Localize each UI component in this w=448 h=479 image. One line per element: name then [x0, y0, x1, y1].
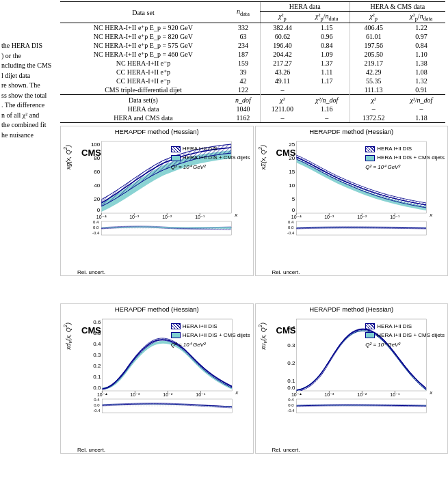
chart-bottom-right: HERAPDF method (Hessian) CMS HERA I+II D…: [255, 303, 449, 454]
charts-section: HERAPDF method (Hessian) CMS HERA I+II D…: [60, 126, 448, 479]
chart-tr-legend: HERA I+II DIS HERA I+II DIS + CMS dijets…: [365, 145, 445, 172]
summary-col4: –: [350, 105, 397, 113]
summary-label: Data set(s): [60, 95, 226, 105]
hera-chi2p-cell: 60.62: [260, 32, 304, 41]
svg-text:10⁻³: 10⁻³: [325, 392, 335, 397]
chart-top-right: HERAPDF method (Hessian) CMS HERA I+II D…: [255, 126, 449, 276]
svg-text:10⁻¹: 10⁻¹: [390, 215, 400, 219]
summary-row: HERA data 1040 1211.00 1.16 – –: [60, 105, 445, 113]
svg-text:x: x: [234, 212, 238, 218]
dataset-cell: NC HERA-I+II e⁻p: [60, 59, 226, 68]
svg-text:10⁻⁴: 10⁻⁴: [291, 392, 302, 397]
chart-tl-reluncert: Rel. uncert.: [77, 269, 253, 275]
summary-col4: χ²: [350, 95, 397, 105]
ndata-cell: 332: [226, 23, 261, 33]
hera-ratio-cell: 1.17: [304, 77, 350, 85]
hera-ratio-cell: 0.96: [304, 32, 350, 41]
table-section: Data set ndata HERA data HERA & CMS data…: [60, 0, 448, 123]
svg-text:10⁻¹: 10⁻¹: [196, 392, 206, 397]
chart-tr-title: HERAPDF method (Hessian): [256, 126, 448, 135]
table-row: NC HERA-I+II e⁺p E_p = 460 GeV 187 204.4…: [60, 50, 445, 59]
data-table: Data set ndata HERA data HERA & CMS data…: [60, 1, 445, 123]
summary-col4: 1372.52: [350, 113, 397, 123]
summary-col2: χ²: [260, 95, 304, 105]
svg-text:0.0: 0.0: [94, 403, 100, 407]
hera-chi2p-cell: 204.42: [260, 50, 304, 59]
svg-text:10⁻²: 10⁻²: [357, 215, 367, 219]
ndata-cell: 63: [226, 32, 261, 41]
both-chi2p-cell: 406.45: [350, 23, 397, 33]
chart-bottom-left: HERAPDF method (Hessian) CMS HERA I+II D…: [60, 303, 254, 454]
svg-text:10⁻³: 10⁻³: [130, 392, 140, 397]
svg-text:100: 100: [91, 141, 101, 148]
svg-text:x: x: [429, 212, 433, 218]
chart-tl-title: HERAPDF method (Hessian): [61, 126, 253, 135]
chart-tl-ylabel: xg(x, Q2): [61, 145, 73, 169]
hera-chi2p-cell: 49.11: [260, 77, 304, 85]
chart-bl-reluncert: Rel. uncert.: [77, 447, 253, 453]
both-chi2p-cell: 111.13: [350, 85, 397, 95]
svg-text:-0.4: -0.4: [93, 409, 101, 413]
hera-chi2p-cell: 43.26: [260, 68, 304, 77]
hera-chi2p-header: χ²p: [260, 12, 304, 23]
chart-bl-q2: Q² = 10⁴ GeV²: [171, 341, 250, 349]
both-chi2p-ndata-header: χ²p/ndata: [397, 12, 445, 23]
svg-text:10⁻¹: 10⁻¹: [391, 392, 401, 397]
summary-col1: 1040: [226, 105, 261, 113]
chart-br-q2: Q² = 10⁴ GeV²: [365, 341, 445, 349]
both-chi2p-cell: 219.17: [350, 59, 397, 68]
hera-chi2p-cell: 382.44: [260, 23, 304, 33]
hera-chi2p-cell: 217.27: [260, 59, 304, 68]
table-row: NC HERA-I+II e⁺p E_p = 575 GeV 234 196.4…: [60, 41, 445, 50]
dataset-cell: CC HERA-I+II e⁺p: [60, 68, 226, 77]
dataset-cell: NC HERA-I+II e⁺p E_p = 820 GeV: [60, 32, 226, 41]
svg-text:0.3: 0.3: [93, 352, 101, 358]
svg-text:0.4: 0.4: [94, 398, 100, 402]
summary-col3: –: [304, 113, 350, 123]
both-chi2p-cell: 55.35: [350, 77, 397, 85]
svg-text:10⁻⁴: 10⁻⁴: [96, 215, 107, 219]
summary-label: HERA data: [60, 105, 226, 113]
svg-text:x: x: [430, 389, 434, 396]
ndata-cell: 234: [226, 41, 261, 50]
chart-tl-cms: CMS: [81, 148, 101, 158]
chart-tl-legend: HERA I+II DIS HERA I+II DIS + CMS dijets…: [171, 145, 250, 172]
table-row: NC HERA-I+II e⁺p E_p = 920 GeV 332 382.4…: [60, 23, 445, 33]
svg-text:0.6: 0.6: [93, 319, 101, 325]
summary-col5: 1.18: [397, 113, 445, 123]
sidebar-text: the HERA DIS ) or the ncluding the CMS l…: [1, 41, 57, 140]
hera-chi2p-ndata-header: χ²p/ndata: [304, 12, 350, 23]
svg-text:-0.4: -0.4: [287, 409, 295, 413]
summary-col3: 1.16: [304, 105, 350, 113]
dataset-cell: CMS triple-differential dijet: [60, 85, 226, 95]
svg-text:0.4: 0.4: [93, 341, 101, 347]
hera-ratio-cell: 1.15: [304, 23, 350, 33]
chart-top-left: HERAPDF method (Hessian) CMS HERA I+II D…: [60, 126, 254, 276]
summary-col3: χ²/n_dof: [304, 95, 350, 105]
summary-col2: 1211.00: [260, 105, 304, 113]
svg-text:10⁻³: 10⁻³: [129, 215, 140, 219]
both-ratio-cell: 1.10: [397, 50, 445, 59]
hera-chi2p-cell: 196.40: [260, 41, 304, 50]
svg-text:0.4: 0.4: [288, 398, 294, 402]
svg-text:10⁻¹: 10⁻¹: [195, 215, 205, 219]
chart-bl-legend: HERA I+II DIS HERA I+II DIS + CMS dijets…: [171, 323, 250, 349]
svg-text:10⁻³: 10⁻³: [324, 215, 334, 219]
ndata-cell: 187: [226, 50, 261, 59]
both-chi2p-cell: 61.01: [350, 32, 397, 41]
both-ratio-cell: 1.22: [397, 23, 445, 33]
hera-cms-data-header: HERA & CMS data: [350, 2, 445, 12]
summary-col5: χ²/n_dof: [397, 95, 445, 105]
svg-text:10⁻²: 10⁻²: [162, 215, 172, 219]
svg-text:0.4: 0.4: [93, 220, 99, 224]
chart-br-ylabel: xuv(x, Q2): [256, 323, 269, 350]
table-row: NC HERA-I+II e⁺p E_p = 820 GeV 63 60.62 …: [60, 32, 445, 41]
ndata-cell: 42: [226, 77, 261, 85]
svg-text:0.0: 0.0: [93, 225, 99, 230]
svg-text:0: 0: [291, 207, 295, 213]
chart-br-title: HERAPDF method (Hessian): [256, 304, 448, 313]
both-chi2p-header: χ²p: [350, 12, 397, 23]
hera-ratio-cell: [304, 85, 350, 95]
both-ratio-cell: 0.84: [397, 41, 445, 50]
svg-text:0: 0: [97, 207, 101, 213]
